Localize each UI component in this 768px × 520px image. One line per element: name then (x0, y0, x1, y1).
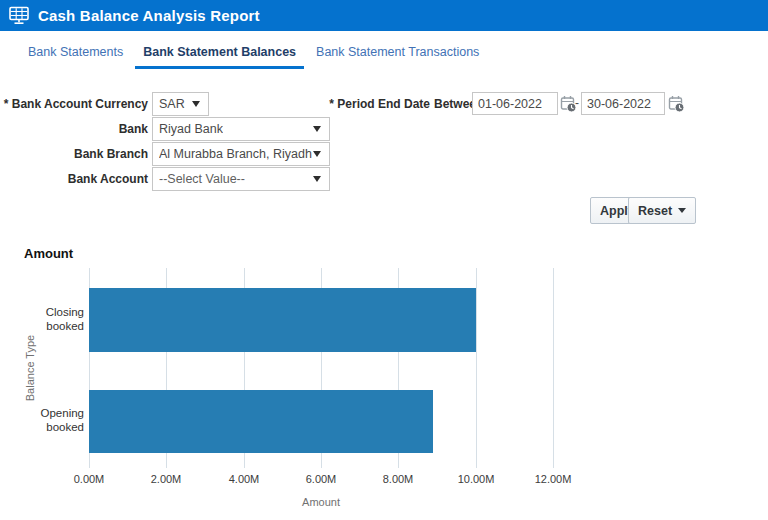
x-tick-label: 8.00M (383, 473, 414, 485)
period-end-date-label: * Period End Date (300, 92, 430, 116)
chart-bar[interactable] (89, 288, 476, 352)
bank-account-label: Bank Account (0, 167, 148, 191)
category-label-closing-booked: Closing booked (22, 306, 84, 334)
chevron-down-icon (313, 176, 321, 182)
x-tick-label: 10.00M (458, 473, 495, 485)
calendar-date-picker-icon[interactable] (668, 95, 685, 113)
plot-area (89, 268, 729, 468)
y-axis-label: Balance Type (24, 335, 36, 401)
bank-select[interactable]: Riyad Bank (152, 117, 330, 141)
bank-account-currency-value: SAR (159, 97, 185, 111)
bank-branch-label: Bank Branch (0, 142, 148, 166)
chart-title: Amount (24, 246, 73, 261)
bank-account-currency-select[interactable]: SAR (152, 92, 209, 116)
gridline (476, 268, 477, 468)
x-tick-label: 2.00M (151, 473, 182, 485)
bank-account-currency-label: * Bank Account Currency (0, 92, 148, 116)
chevron-down-icon (313, 126, 321, 132)
header-bar: Cash Balance Analysis Report (0, 0, 768, 31)
reset-button[interactable]: Reset (628, 197, 696, 224)
x-tick-label: 12.00M (535, 473, 572, 485)
chevron-down-icon (313, 151, 321, 157)
gridline (553, 268, 554, 468)
tab-bank-statements[interactable]: Bank Statements (18, 36, 133, 69)
tab-bank-statement-transactions[interactable]: Bank Statement Transactions (306, 36, 489, 69)
bank-value: Riyad Bank (159, 122, 223, 136)
date-range-separator: - (575, 96, 579, 110)
period-end-date-input[interactable] (581, 92, 665, 115)
report-tabs: Bank Statements Bank Statement Balances … (18, 36, 489, 69)
category-label-opening-booked: Opening booked (22, 407, 84, 435)
amount-bar-chart: Amount Balance Type Closing booked Openi… (0, 240, 768, 520)
page-title: Cash Balance Analysis Report (38, 7, 260, 24)
x-axis-label: Amount (302, 496, 340, 508)
report-monitor-icon (9, 6, 29, 25)
x-tick-label: 4.00M (229, 473, 260, 485)
bank-account-value: --Select Value-- (159, 172, 245, 186)
period-start-date-input[interactable] (472, 92, 558, 115)
bank-branch-value: Al Murabba Branch, Riyadh (159, 147, 312, 161)
bank-branch-select[interactable]: Al Murabba Branch, Riyadh (152, 142, 330, 166)
bank-label: Bank (0, 117, 148, 141)
cash-balance-analysis-page: Cash Balance Analysis Report Bank Statem… (0, 0, 768, 520)
x-tick-label: 0.00M (74, 473, 105, 485)
chevron-down-icon (678, 208, 686, 213)
x-tick-label: 6.00M (306, 473, 337, 485)
tab-bank-statement-balances[interactable]: Bank Statement Balances (133, 36, 306, 69)
chart-bar[interactable] (89, 390, 433, 453)
bank-account-select[interactable]: --Select Value-- (152, 167, 330, 191)
chevron-down-icon (192, 101, 200, 107)
